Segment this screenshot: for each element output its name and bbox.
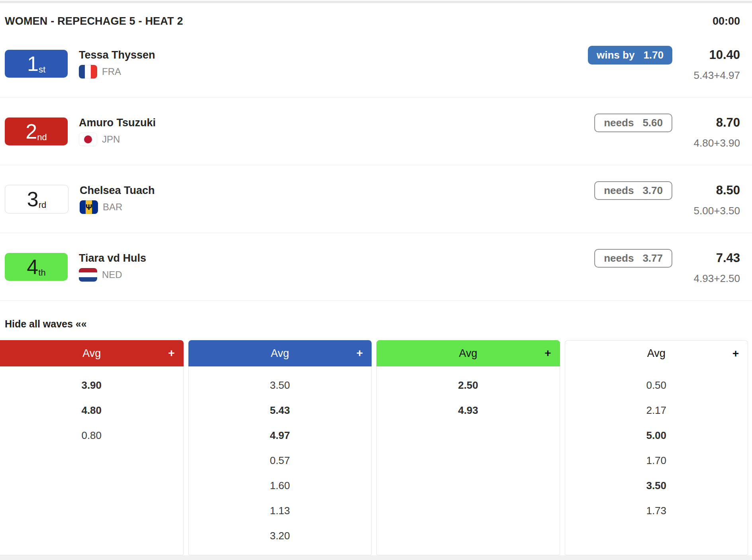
bottom-divider — [0, 555, 752, 560]
place-number: 1 — [27, 53, 39, 74]
total-score: 8.50 — [672, 183, 740, 198]
flag-fra-icon — [79, 65, 97, 78]
wave-score: 3.90 — [0, 373, 183, 398]
score-block: needs 5.60 8.70 4.80+3.90 — [594, 114, 740, 149]
avg-label: Avg — [188, 347, 372, 360]
athlete-name: Tessa Thyssen — [79, 49, 155, 61]
status-value: 3.70 — [642, 184, 663, 197]
score-block: needs 3.70 8.50 5.00+3.50 — [594, 181, 740, 217]
wave-columns: Avg + 3.904.800.80 Avg + 3.505.434.970.5… — [0, 340, 752, 555]
competitor-row-4: 4th Tiara vd Huls NED needs 3.77 7.43 4.… — [0, 233, 752, 301]
wave-score: 4.80 — [0, 398, 183, 423]
wave-score: 5.00 — [565, 423, 748, 448]
flag-jpn-icon — [79, 133, 97, 146]
wave-score: 3.20 — [189, 523, 372, 548]
score-breakdown: 4.93+2.50 — [672, 272, 740, 285]
country-code: NED — [102, 269, 122, 280]
athlete-name: Tiara vd Huls — [79, 252, 146, 264]
heat-timer: 00:00 — [713, 15, 740, 27]
place-badge-3rd: 3rd — [5, 185, 69, 213]
wave-score: 0.80 — [0, 423, 183, 448]
competitor-row-3: 3rd Chelsea Tuach Ψ BAR needs 3.70 8.50 … — [0, 165, 752, 233]
athlete-info: Amuro Tsuzuki JPN — [79, 117, 156, 146]
score-breakdown: 5.43+4.97 — [672, 69, 740, 82]
status-value: 3.77 — [642, 252, 663, 264]
total-score: 10.40 — [672, 48, 740, 62]
needs-pill: needs 3.70 — [594, 181, 672, 200]
status-label: needs — [604, 252, 634, 264]
competitor-row-1: 1st Tessa Thyssen FRA wins by 1.70 10.40… — [0, 30, 752, 98]
needs-pill: needs 3.77 — [594, 249, 672, 268]
country-code: FRA — [102, 66, 121, 77]
wave-score: 1.70 — [565, 448, 748, 473]
competitor-list: 1st Tessa Thyssen FRA wins by 1.70 10.40… — [0, 30, 752, 301]
avg-label: Avg — [0, 347, 184, 360]
wins-by-pill: wins by 1.70 — [588, 46, 672, 65]
wave-scores: 0.502.175.001.703.501.73 — [565, 366, 748, 555]
wave-scores: 3.505.434.970.571.601.133.20 — [188, 366, 372, 555]
wave-score: 4.97 — [189, 423, 372, 448]
add-wave-icon[interactable]: + — [732, 347, 739, 360]
wave-score: 0.50 — [565, 373, 748, 398]
place-number: 3 — [27, 189, 39, 210]
total-score: 8.70 — [672, 116, 740, 130]
place-suffix: th — [38, 268, 45, 277]
place-number: 4 — [27, 257, 38, 277]
place-number: 2 — [25, 121, 37, 142]
wave-score: 4.93 — [377, 398, 560, 423]
place-badge-1st: 1st — [5, 50, 68, 78]
place-suffix: rd — [39, 201, 47, 210]
country-code: BAR — [103, 202, 122, 213]
heat-panel: WOMEN - REPECHAGE 5 - HEAT 2 00:00 1st T… — [0, 0, 752, 560]
status-label: needs — [604, 117, 634, 129]
country-code: JPN — [102, 134, 120, 145]
hide-all-waves-toggle[interactable]: Hide all waves «« — [0, 301, 92, 340]
wave-score: 3.50 — [565, 473, 748, 498]
avg-label: Avg — [376, 347, 560, 360]
country-line: FRA — [79, 65, 155, 78]
add-wave-icon[interactable]: + — [356, 347, 363, 360]
trident-glyph: Ψ — [86, 203, 92, 211]
score-breakdown: 4.80+3.90 — [672, 137, 740, 149]
status-value: 1.70 — [643, 49, 664, 61]
wave-score: 0.57 — [189, 448, 372, 473]
athlete-name: Chelsea Tuach — [80, 184, 155, 197]
avg-label: Avg — [565, 347, 748, 360]
wave-score: 5.43 — [189, 398, 372, 423]
country-line: JPN — [79, 133, 156, 146]
avg-header-white[interactable]: Avg + — [565, 340, 748, 366]
wave-score: 1.60 — [189, 473, 372, 498]
wave-score: 3.50 — [189, 373, 372, 398]
status-label: needs — [604, 184, 634, 197]
add-wave-icon[interactable]: + — [168, 347, 174, 360]
status-value: 5.60 — [642, 117, 663, 129]
needs-pill: needs 5.60 — [594, 114, 672, 132]
wave-column-red: Avg + 3.904.800.80 — [0, 340, 184, 555]
avg-header-blue[interactable]: Avg + — [188, 340, 372, 366]
wave-scores: 3.904.800.80 — [0, 366, 184, 555]
wave-column-white: Avg + 0.502.175.001.703.501.73 — [565, 340, 748, 555]
heat-header: WOMEN - REPECHAGE 5 - HEAT 2 00:00 — [0, 3, 752, 30]
status-label: wins by — [597, 49, 634, 61]
score-block: needs 3.77 7.43 4.93+2.50 — [594, 249, 740, 285]
flag-bar-icon: Ψ — [80, 200, 98, 214]
total-score: 7.43 — [672, 251, 740, 265]
athlete-name: Amuro Tsuzuki — [79, 117, 156, 129]
score-breakdown: 5.00+3.50 — [672, 205, 740, 217]
place-suffix: st — [39, 65, 45, 74]
wave-score: 1.73 — [565, 498, 748, 523]
country-line: NED — [79, 268, 146, 282]
athlete-info: Tiara vd Huls NED — [79, 252, 146, 282]
place-badge-2nd: 2nd — [5, 117, 68, 145]
country-line: Ψ BAR — [80, 200, 155, 214]
avg-header-red[interactable]: Avg + — [0, 340, 184, 366]
wave-score: 1.13 — [189, 498, 372, 523]
competitor-row-2: 2nd Amuro Tsuzuki JPN needs 5.60 8.70 4.… — [0, 98, 752, 165]
place-suffix: nd — [37, 133, 47, 142]
add-wave-icon[interactable]: + — [544, 347, 551, 360]
wave-score: 2.17 — [565, 398, 748, 423]
avg-header-green[interactable]: Avg + — [376, 340, 560, 366]
wave-column-blue: Avg + 3.505.434.970.571.601.133.20 — [188, 340, 372, 555]
wave-scores: 2.504.93 — [376, 366, 560, 555]
place-badge-4th: 4th — [5, 253, 68, 281]
